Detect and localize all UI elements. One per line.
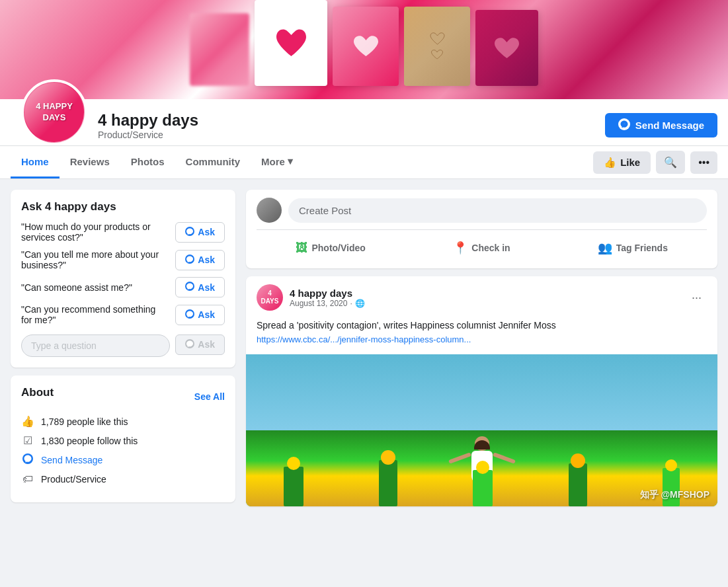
avatar-text: 4 HAPPY DAYS	[24, 101, 84, 124]
about-followers: 1,830 people follow this	[41, 436, 138, 446]
tab-home[interactable]: Home	[11, 147, 60, 178]
tag-friends-icon: 👥	[598, 241, 612, 255]
right-column: Create Post 🖼 Photo/Video 📍 Check in 👥 T…	[246, 190, 717, 506]
post-user-info: 4 happy days August 13, 2020 · 🌐	[290, 288, 680, 308]
cover-photo	[0, 0, 728, 99]
watermark: 知乎 @MFSHOP	[640, 489, 709, 501]
post-date: August 13, 2020	[290, 299, 347, 308]
thumbs-up-about-icon: 👍	[21, 415, 34, 428]
post-menu-button[interactable]: ···	[686, 288, 707, 307]
about-category: Product/Service	[41, 474, 106, 485]
tab-more[interactable]: More ▾	[251, 146, 303, 178]
ask-question-0: "How much do your products or services c…	[21, 221, 169, 243]
ask-row-0: "How much do your products or services c…	[21, 221, 225, 243]
messenger-small-icon-0	[185, 227, 194, 238]
tab-photos[interactable]: Photos	[120, 147, 175, 178]
more-options-button[interactable]: •••	[690, 151, 717, 174]
post-actions-row: 🖼 Photo/Video 📍 Check in 👥 Tag Friends	[257, 229, 707, 260]
page-category: Product/Service	[98, 130, 594, 140]
ask-submit-button: Ask	[175, 334, 225, 355]
ask-button-0[interactable]: Ask	[175, 222, 225, 243]
post-text: Spread a 'positivity contagion', writes …	[246, 319, 717, 354]
send-message-label: Send Message	[635, 120, 704, 131]
photo-video-button[interactable]: 🖼 Photo/Video	[257, 235, 405, 260]
tab-community[interactable]: Community	[175, 147, 251, 178]
chevron-down-icon: ▾	[288, 155, 293, 167]
tab-reviews[interactable]: Reviews	[60, 147, 120, 178]
check-in-button[interactable]: 📍 Check in	[407, 235, 555, 260]
post-ellipsis-icon: ···	[692, 291, 702, 304]
post-header: 4DAYS 4 happy days August 13, 2020 · 🌐 ·…	[246, 276, 717, 319]
ask-title: Ask 4 happy days	[21, 200, 225, 214]
ask-button-3[interactable]: Ask	[175, 305, 225, 325]
tag-friends-label: Tag Friends	[616, 243, 668, 253]
like-button[interactable]: 👍 Like	[593, 151, 651, 174]
messenger-small-icon-1	[185, 254, 194, 266]
about-card: About See All 👍 1,789 people like this ☑…	[11, 375, 235, 502]
about-message-row: Send Message	[21, 453, 225, 467]
search-button[interactable]: 🔍	[656, 151, 685, 174]
like-label: Like	[620, 157, 640, 168]
ask-question-1: "Can you tell me more about your busines…	[21, 249, 169, 270]
ellipsis-icon: •••	[698, 157, 709, 168]
post-link[interactable]: https://www.cbc.ca/.../jennifer-moss-hap…	[257, 334, 471, 344]
page-title: 4 happy days	[98, 111, 594, 130]
post-image: 知乎 @MFSHOP	[246, 354, 717, 506]
post-meta: August 13, 2020 · 🌐	[290, 299, 680, 308]
messenger-about-icon	[21, 453, 34, 467]
post-content: Spread a 'positivity contagion', writes …	[257, 320, 556, 331]
messenger-small-icon-disabled	[185, 339, 194, 350]
messenger-icon	[618, 118, 630, 132]
messenger-small-icon-3	[185, 309, 194, 321]
ask-row-1: "Can you tell me more about your busines…	[21, 249, 225, 270]
user-avatar-small	[257, 198, 282, 223]
about-likes: 1,789 people like this	[41, 416, 128, 427]
main-content: Ask 4 happy days "How much do your produ…	[0, 179, 728, 517]
profile-actions: Send Message	[605, 113, 717, 145]
post-user-name: 4 happy days	[290, 288, 680, 299]
post-user-avatar: 4DAYS	[257, 284, 283, 311]
ask-button-2[interactable]: Ask	[175, 277, 225, 297]
about-title: About	[21, 386, 54, 399]
ask-input[interactable]	[21, 334, 170, 357]
send-message-button[interactable]: Send Message	[605, 113, 717, 137]
about-header: About See All	[21, 386, 225, 407]
messenger-small-icon-2	[185, 282, 194, 293]
create-post-top: Create Post	[257, 198, 707, 223]
nav-tabs-left: Home Reviews Photos Community More ▾	[11, 146, 303, 178]
about-category-row: 🏷 Product/Service	[21, 473, 225, 485]
dot-separator: ·	[350, 299, 352, 308]
create-post-card: Create Post 🖼 Photo/Video 📍 Check in 👥 T…	[246, 190, 717, 268]
post-card: 4DAYS 4 happy days August 13, 2020 · 🌐 ·…	[246, 276, 717, 506]
about-send-message-link[interactable]: Send Message	[41, 455, 102, 465]
left-column: Ask 4 happy days "How much do your produ…	[11, 190, 235, 506]
about-likes-row: 👍 1,789 people like this	[21, 415, 225, 428]
page-container: 4 HAPPY DAYS 4 happy days Product/Servic…	[0, 0, 728, 517]
globe-icon: 🌐	[355, 299, 365, 308]
create-post-button[interactable]: Create Post	[288, 198, 707, 223]
ask-row-2: "Can someone assist me?" Ask	[21, 277, 225, 297]
check-in-label: Check in	[471, 243, 510, 253]
category-icon: 🏷	[21, 473, 34, 485]
profile-info: 4 happy days Product/Service	[87, 104, 605, 145]
photo-video-label: Photo/Video	[311, 243, 365, 253]
nav-tabs-right: 👍 Like 🔍 •••	[593, 151, 717, 174]
location-pin-icon: 📍	[453, 241, 467, 255]
about-followers-row: ☑ 1,830 people follow this	[21, 434, 225, 447]
ask-question-3: "Can you recommend something for me?"	[21, 304, 169, 325]
see-all-link[interactable]: See All	[194, 391, 225, 402]
search-icon: 🔍	[664, 157, 677, 168]
ask-row-3: "Can you recommend something for me?" As…	[21, 304, 225, 325]
checkmark-icon: ☑	[21, 434, 34, 447]
tag-friends-button[interactable]: 👥 Tag Friends	[559, 235, 707, 260]
ask-card: Ask 4 happy days "How much do your produ…	[11, 190, 235, 368]
avatar: 4 HAPPY DAYS	[21, 79, 87, 145]
profile-section: 4 HAPPY DAYS 4 happy days Product/Servic…	[0, 99, 728, 146]
ask-question-2: "Can someone assist me?"	[21, 282, 169, 293]
thumbs-up-icon: 👍	[604, 157, 616, 169]
ask-button-1[interactable]: Ask	[175, 250, 225, 270]
photo-video-icon: 🖼	[296, 241, 307, 255]
nav-tabs: Home Reviews Photos Community More ▾ 👍 L…	[0, 146, 728, 179]
